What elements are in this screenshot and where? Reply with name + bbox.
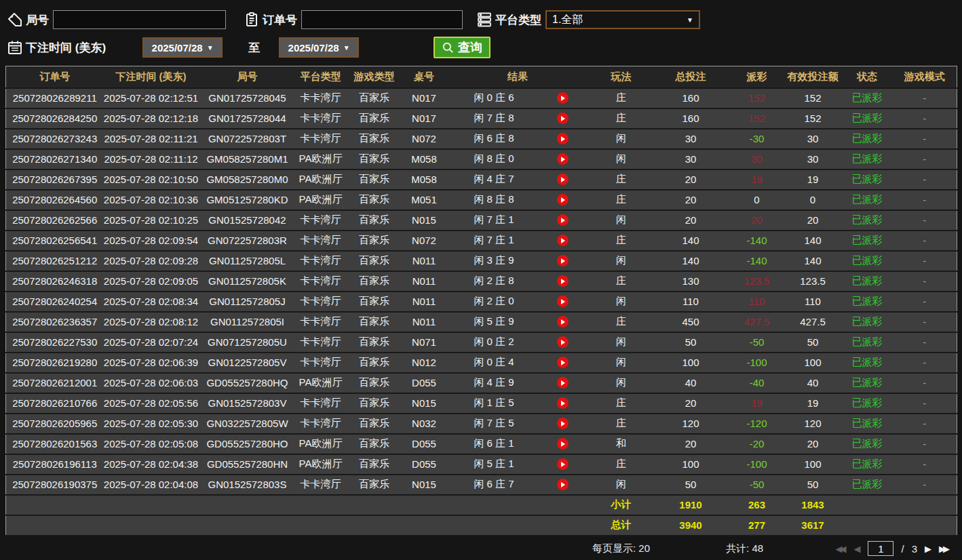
cell-mode: - [893,393,957,414]
cell-bet-side: 庄 [591,190,652,210]
cell-result: 闲 2 庄 8 [445,271,591,292]
play-icon[interactable] [557,438,569,449]
cell-payout: -50 [730,332,784,353]
play-icon[interactable] [557,235,569,246]
cell-game-type: 百家乐 [345,414,404,434]
cell-mode: - [893,190,957,210]
cell-bet-side: 闲 [591,292,652,312]
game-no-input[interactable] [53,10,226,29]
page-separator: / [901,543,904,555]
play-icon[interactable] [557,153,569,165]
cell-status: 已派彩 [842,353,893,373]
order-no-input[interactable] [301,10,463,29]
cell-result: 闲 4 庄 9 [445,373,591,393]
play-icon[interactable] [557,357,569,368]
play-icon[interactable] [557,458,569,470]
table-row: 2507280262673952025-07-28 02:10:50GM0582… [6,169,957,190]
cell-result: 闲 1 庄 5 [445,393,591,414]
play-icon[interactable] [557,133,569,144]
cell-bet-time: 2025-07-28 02:12:51 [104,88,199,108]
cell-order-no: 250728026219280 [6,353,104,373]
total-count-label: 共计: 48 [726,542,763,555]
result-text: 闲 7 庄 1 [445,234,543,247]
cell-payout: -50 [730,475,784,495]
play-icon[interactable] [557,255,569,266]
play-icon[interactable] [557,92,569,104]
cell-game-no: GN0122572805V [199,353,296,373]
cell-valid-bet: 0 [784,190,842,210]
cell-order-no: 250728026236357 [6,312,104,332]
cell-bet-time: 2025-07-28 02:04:08 [104,475,199,495]
cell-total-bet: 50 [652,332,730,353]
cell-bet-side: 闲 [591,149,652,169]
play-icon[interactable] [557,194,569,205]
total-row-valid-bet: 3617 [784,515,842,536]
play-icon[interactable] [557,113,569,124]
total-pages: 3 [912,543,917,555]
cell-order-no: 250728026227530 [6,332,104,353]
next-page-icon[interactable]: ▶ [925,544,931,554]
cell-order-no: 250728026205965 [6,414,104,434]
cell-bet-side: 闲 [591,373,652,393]
play-icon[interactable] [557,397,569,409]
result-text: 闲 6 庄 8 [445,132,543,145]
play-icon[interactable] [557,174,569,185]
cell-game-no: GN0722572803T [199,129,296,149]
table-row: 2507280262120012025-07-28 02:06:03GD0552… [6,373,957,393]
per-page-value: 20 [638,542,650,554]
play-icon[interactable] [557,479,569,490]
cell-order-no: 250728026262566 [6,210,104,231]
cell-total-bet: 40 [652,373,730,393]
cell-total-bet: 50 [652,475,730,495]
result-text: 闲 7 庄 8 [445,112,543,125]
cell-game-type: 百家乐 [345,292,404,312]
cell-order-no: 250728026251212 [6,251,104,271]
cell-platform: PA欧洲厅 [296,434,345,454]
play-icon[interactable] [557,336,569,348]
table-row: 2507280262625662025-07-28 02:10:25GN0152… [6,210,957,231]
table-row: 2507280262402542025-07-28 02:08:34GN0112… [6,292,957,312]
cell-bet-side: 闲 [591,332,652,353]
search-button[interactable]: 查询 [434,37,490,58]
table-row: 2507280262732432025-07-28 02:11:21GN0722… [6,129,957,149]
play-icon[interactable] [557,316,569,327]
col-header-result: 结果 [445,66,591,88]
cell-game-type: 百家乐 [345,88,404,108]
cell-bet-time: 2025-07-28 02:08:34 [104,292,199,312]
cell-table-no: M051 [404,190,445,210]
first-page-icon[interactable]: ◀◀ [835,544,846,554]
date-from-picker[interactable]: 2025/07/28 ▼ [142,37,223,58]
cell-platform: PA欧洲厅 [296,454,345,475]
cell-bet-side: 闲 [591,129,652,149]
prev-page-icon[interactable]: ◀ [853,544,860,554]
play-icon[interactable] [557,418,569,429]
page-number-input[interactable] [868,541,893,556]
cell-table-no: N011 [404,251,445,271]
cell-game-no: GN01725728044 [199,108,296,129]
cell-bet-time: 2025-07-28 02:05:08 [104,434,199,454]
cell-result: 闲 8 庄 8 [445,190,591,210]
last-page-icon[interactable]: ▶▶ [939,544,950,554]
cell-platform: 卡卡湾厅 [296,414,345,434]
cell-bet-time: 2025-07-28 02:05:56 [104,393,199,414]
date-to-picker[interactable]: 2025/07/28 ▼ [279,37,359,58]
cell-total-bet: 130 [652,271,730,292]
col-header-valid-bet: 有效投注额 [784,66,842,88]
cell-game-no: GN0112572805J [199,292,296,312]
magnifier-icon [442,41,455,54]
result-text: 闲 5 庄 1 [445,458,543,471]
cell-bet-side: 庄 [591,108,652,129]
play-icon[interactable] [557,275,569,287]
subtotal-row-total-bet: 1910 [652,495,730,515]
cell-order-no: 250728026267395 [6,169,104,190]
cell-game-no: GM058257280M0 [199,169,296,190]
platform-type-select[interactable]: 1.全部 ▼ [545,10,700,29]
cell-bet-time: 2025-07-28 02:07:24 [104,332,199,353]
play-icon[interactable] [557,296,569,307]
play-icon[interactable] [557,377,569,388]
total-row: 总计39402773617 [6,515,957,536]
play-icon[interactable] [557,214,569,226]
cell-game-type: 百家乐 [345,454,404,475]
cell-bet-side: 闲 [591,251,652,271]
cell-table-no: N072 [404,231,445,251]
